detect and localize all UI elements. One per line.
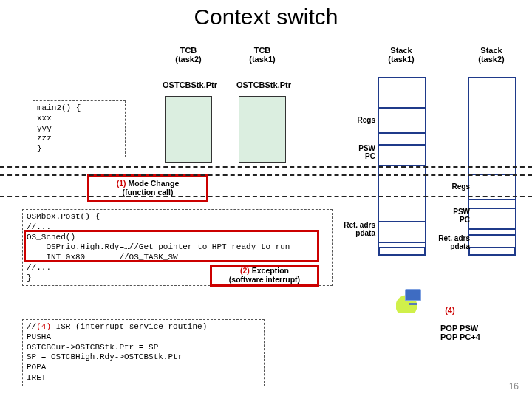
stack2-pswpc-cell xyxy=(469,208,515,230)
slide-number: 16 xyxy=(509,381,519,392)
step4-marker: (4) xyxy=(445,306,454,315)
stack1-lowmem xyxy=(378,247,426,256)
dashline-3 xyxy=(0,196,532,197)
page-title: Context switch xyxy=(0,0,532,30)
tcb2-header: TCB (task2) xyxy=(163,46,214,64)
step4-note: (4) POP PSW POP PC+4 xyxy=(440,297,522,341)
tcb1-box xyxy=(239,96,286,163)
stack2-header: Stack (task2) xyxy=(466,46,517,64)
stack2-pswpc-label: PSW PC xyxy=(426,208,470,224)
step2-note: (2) Exception (software interrupt) xyxy=(211,267,318,284)
monitor-base xyxy=(409,303,417,305)
stack2-ret-label: Ret. adrs pdata xyxy=(426,235,470,250)
dashline-2 xyxy=(0,174,532,176)
tcb2-box xyxy=(165,96,212,163)
step4-text: POP PSW POP PC+4 xyxy=(440,324,480,341)
tcb1-stkptr-label: OSTCBStk.Ptr xyxy=(227,81,301,89)
stack2-lowmem xyxy=(468,247,516,256)
dashline-1 xyxy=(0,166,532,168)
tcb2-stkptr-label: OSTCBStk.Ptr xyxy=(153,81,227,89)
isr-codeblock: //(4) ISR (interrupt service routine) PU… xyxy=(22,319,265,386)
tcb1-header: TCB (task1) xyxy=(236,46,288,64)
stack1-regs-label: Regs xyxy=(331,117,375,125)
stack1-pswpc-label: PSW PC xyxy=(331,145,375,160)
stack1-ret-label: Ret. adrs pdata xyxy=(331,222,375,237)
monitor-screen xyxy=(405,289,421,301)
stack1-regs-cell xyxy=(379,107,425,134)
stack1-header: Stack (task1) xyxy=(375,46,427,64)
stack1-ret-cell xyxy=(379,221,425,243)
stack2-regs-label: Regs xyxy=(426,183,470,191)
monitor-icon xyxy=(396,287,426,313)
main2-codeblock: main2() { xxx yyy zzz } xyxy=(33,100,126,157)
step1-label-redbox xyxy=(87,174,208,202)
stack1-pswpc-cell xyxy=(379,144,425,166)
mbox-sched-redbox xyxy=(24,230,319,262)
